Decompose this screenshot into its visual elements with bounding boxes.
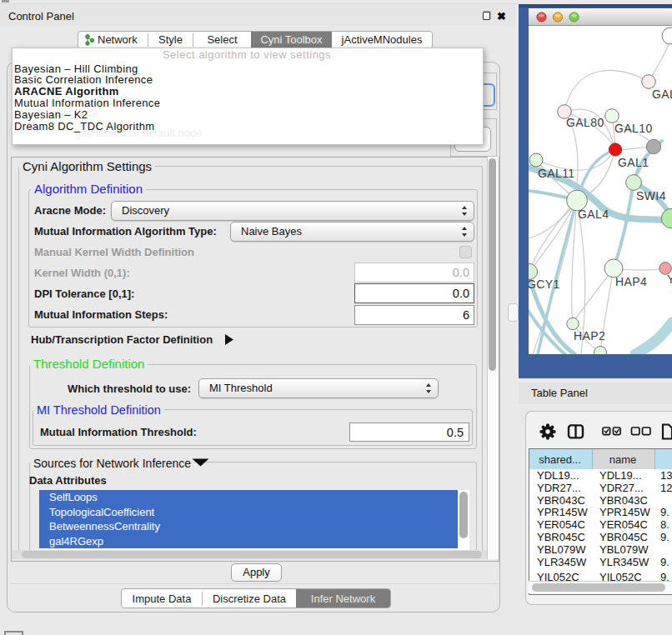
svg-text:Y: Y (667, 272, 672, 286)
svg-text:GAL7: GAL7 (652, 88, 672, 101)
svg-text:GAL11: GAL11 (538, 167, 575, 180)
svg-text:HAP2: HAP2 (574, 329, 605, 342)
svg-text:GCY1: GCY1 (529, 278, 560, 291)
svg-text:GAL10: GAL10 (614, 122, 653, 135)
svg-text:GAL4: GAL4 (578, 208, 609, 221)
svg-text:HAP4: HAP4 (615, 275, 647, 288)
svg-text:SWI4: SWI4 (636, 189, 666, 202)
svg-text:GAL80: GAL80 (566, 116, 604, 129)
svg-text:GAL1: GAL1 (618, 156, 649, 169)
